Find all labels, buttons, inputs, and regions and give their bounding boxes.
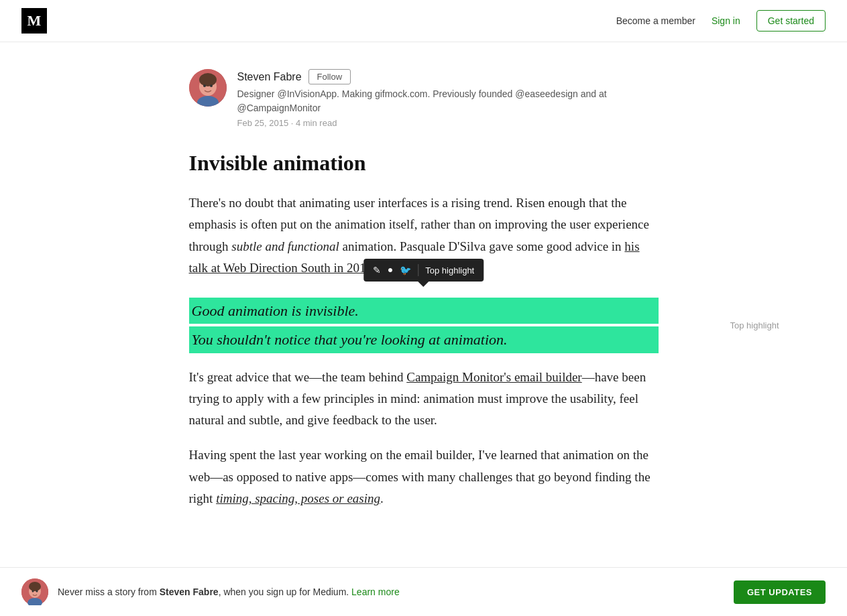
comment-icon[interactable]: ● (388, 265, 393, 275)
author-bio: Designer @InVisionApp. Making gifmock.co… (237, 87, 659, 115)
tooltip-divider (418, 264, 418, 276)
notification-bar: Never miss a story from Steven Fabre, wh… (0, 567, 847, 603)
learn-more-link[interactable]: Learn more (351, 587, 400, 597)
author-info: Steven Fabre Follow Designer @InVisionAp… (237, 69, 659, 128)
navbar: M Become a member Sign in Get started (0, 0, 847, 42)
svg-point-8 (29, 582, 41, 591)
content-wrapper: Steven Fabre Follow Designer @InVisionAp… (176, 42, 672, 603)
notif-text: Never miss a story from Steven Fabre, wh… (58, 585, 400, 599)
paragraph-3: Having spent the last year working on th… (189, 444, 659, 509)
author-name-row: Steven Fabre Follow (237, 69, 659, 84)
navbar-left: M (21, 8, 47, 34)
quote-2: You shouldn't notice that you're looking… (189, 326, 659, 353)
timing-link[interactable]: timing, spacing, poses or easing (216, 491, 380, 505)
follow-button[interactable]: Follow (308, 69, 351, 84)
article-body: There's no doubt that animating user int… (189, 192, 659, 509)
quote-1: Good animation is invisible. (189, 298, 659, 324)
twitter-icon[interactable]: 🐦 (400, 265, 411, 276)
svg-point-3 (203, 84, 206, 87)
top-highlight-label: Top highlight (730, 320, 779, 330)
svg-point-10 (36, 591, 38, 593)
get-started-button[interactable]: Get started (756, 10, 826, 32)
become-member-link[interactable]: Become a member (616, 15, 695, 26)
get-updates-button[interactable]: GET UPDATES (734, 580, 826, 604)
paragraph-2: It's great advice that we—the team behin… (189, 367, 659, 432)
sign-in-link[interactable]: Sign in (712, 15, 740, 26)
pencil-icon[interactable]: ✎ (373, 265, 381, 276)
author-row: Steven Fabre Follow Designer @InVisionAp… (189, 69, 659, 128)
navbar-right: Become a member Sign in Get started (616, 10, 826, 32)
svg-point-4 (210, 84, 213, 87)
notif-author-name: Steven Fabre (160, 587, 219, 597)
avatar (189, 69, 227, 107)
author-name: Steven Fabre (237, 71, 302, 83)
highlight-tooltip: ✎ ● 🐦 Top highlight (363, 259, 484, 282)
highlight-section: ✎ ● 🐦 Top highlight Good animation is in… (189, 298, 659, 353)
author-meta: Feb 25, 2015 · 4 min read (237, 118, 659, 128)
medium-logo-icon[interactable]: M (21, 8, 47, 34)
notif-left: Never miss a story from Steven Fabre, wh… (21, 578, 400, 603)
svg-point-2 (199, 73, 217, 86)
campaign-monitor-link[interactable]: Campaign Monitor's email builder (406, 370, 581, 384)
tooltip-label: Top highlight (425, 265, 474, 275)
svg-point-9 (32, 591, 34, 593)
notif-avatar (21, 578, 48, 603)
article-title: Invisible animation (189, 149, 659, 176)
